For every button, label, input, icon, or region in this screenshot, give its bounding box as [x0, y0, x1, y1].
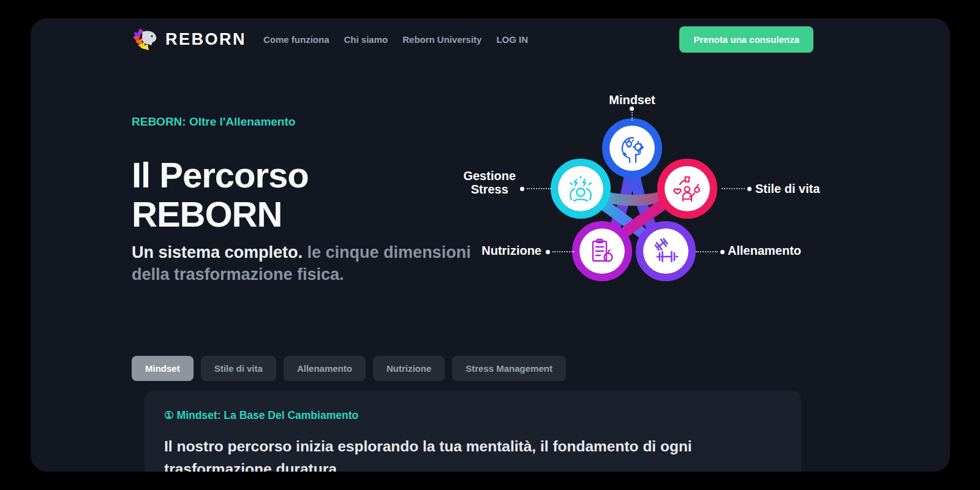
- brand-name: REBORN: [165, 30, 246, 49]
- tab-stile-di-vita[interactable]: Stile di vita: [201, 356, 276, 381]
- connector-dot: [630, 107, 634, 111]
- dimension-tabs: Mindset Stile di vita Allenamento Nutriz…: [132, 356, 566, 381]
- nav-links: Come funziona Chi siamo Reborn Universit…: [263, 34, 528, 45]
- connector-line: [722, 188, 745, 189]
- tab-allenamento[interactable]: Allenamento: [284, 356, 366, 381]
- hero-subtitle: Un sistema completo. le cinque dimension…: [132, 241, 475, 286]
- diagram-label-lifestyle: Stile di vita: [755, 182, 820, 196]
- connector-line: [696, 251, 718, 252]
- lion-logo-icon: [132, 27, 160, 51]
- connector-dot: [546, 250, 550, 254]
- tab-mindset[interactable]: Mindset: [132, 356, 194, 381]
- diagram-label-stress: GestioneStress: [463, 169, 516, 196]
- hero-section: REBORN: Oltre l'Allenamento Il PercorsoR…: [132, 115, 475, 285]
- tab-stress-management[interactable]: Stress Management: [452, 356, 566, 381]
- page-panel: REBORN Come funziona Chi siamo Reborn Un…: [31, 18, 950, 472]
- connector-dot: [747, 187, 752, 191]
- nav-link-come-funziona[interactable]: Come funziona: [263, 34, 330, 45]
- connector-line: [552, 251, 575, 252]
- brand-logo[interactable]: REBORN: [132, 27, 246, 51]
- card-body-text: Il nostro percorso inizia esplorando la …: [164, 435, 777, 472]
- five-dimensions-diagram: Mindset GestioneStress Stile di vita Nut…: [447, 80, 827, 300]
- diagram-label-mindset: Mindset: [609, 93, 655, 107]
- connector-line: [527, 188, 551, 189]
- connector-line: [631, 112, 633, 121]
- page-title: Il PercorsoREBORN: [132, 156, 475, 234]
- nav-link-login[interactable]: LOG IN: [496, 34, 528, 45]
- diagram-label-nutrition: Nutrizione: [481, 244, 541, 258]
- connector-dot: [520, 187, 524, 191]
- mindset-content-card: ① Mindset: La Base Del Cambiamento Il no…: [145, 391, 801, 472]
- hero-eyebrow: REBORN: Oltre l'Allenamento: [132, 115, 475, 129]
- nav-link-chi-siamo[interactable]: Chi siamo: [344, 34, 388, 45]
- connector-dot: [720, 250, 725, 254]
- top-nav: REBORN Come funziona Chi siamo Reborn Un…: [132, 23, 813, 55]
- card-heading: ① Mindset: La Base Del Cambiamento: [164, 409, 782, 422]
- book-consultation-button[interactable]: Prenota una consulenza: [679, 26, 813, 53]
- tab-nutrizione[interactable]: Nutrizione: [373, 356, 445, 381]
- nav-link-reborn-university[interactable]: Reborn University: [402, 34, 481, 45]
- diagram-label-training: Allenamento: [728, 244, 801, 258]
